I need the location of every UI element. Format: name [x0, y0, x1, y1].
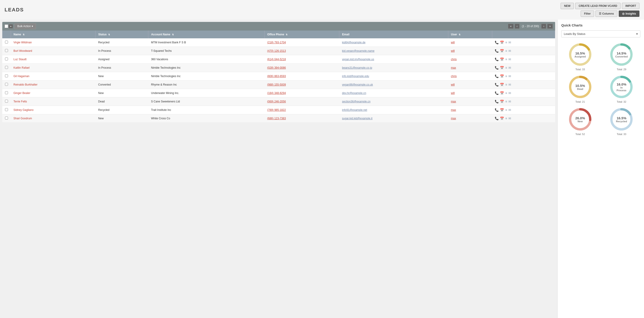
- lead-name-link[interactable]: Virgie Wildman: [14, 41, 32, 44]
- email-icon[interactable]: ✉: [508, 66, 511, 70]
- email-link[interactable]: info.kid@example.edu: [342, 75, 369, 78]
- email-icon[interactable]: ✉: [508, 108, 511, 112]
- email-link[interactable]: vegan98@example.co.uk: [342, 83, 373, 86]
- phone-link[interactable]: (028) 394-0086: [267, 66, 286, 69]
- lead-name-link[interactable]: Luz Staudt: [14, 58, 26, 61]
- calendar-icon[interactable]: 📅: [500, 117, 504, 120]
- user-link[interactable]: chris: [451, 75, 457, 78]
- row-checkbox[interactable]: [5, 108, 8, 111]
- email-link[interactable]: beans31@example.co.jp: [342, 66, 372, 69]
- phone-icon[interactable]: 📞: [495, 108, 498, 112]
- row-checkbox[interactable]: [5, 117, 8, 120]
- th-account-name[interactable]: Account Name ⇅: [148, 31, 264, 38]
- phone-icon[interactable]: 📞: [495, 49, 498, 53]
- email-icon[interactable]: ✉: [508, 58, 511, 61]
- create-lead-button[interactable]: CREATE LEAD FROM VCARD: [575, 3, 620, 9]
- phone-link[interactable]: (218) 793-1704: [267, 41, 286, 44]
- user-link[interactable]: max: [451, 117, 456, 120]
- lead-name-link[interactable]: Gil Hagaman: [14, 75, 30, 78]
- list-icon[interactable]: ≡: [505, 100, 507, 103]
- row-checkbox[interactable]: [5, 83, 8, 86]
- user-link[interactable]: will: [451, 41, 455, 44]
- list-icon[interactable]: ≡: [505, 83, 507, 87]
- th-name[interactable]: Name ⇅: [11, 31, 96, 38]
- phone-link[interactable]: (184) 348-8294: [267, 92, 286, 95]
- row-checkbox[interactable]: [5, 41, 8, 44]
- list-icon[interactable]: ≡: [505, 41, 507, 44]
- row-checkbox[interactable]: [5, 74, 8, 77]
- list-icon[interactable]: ≡: [505, 66, 507, 70]
- select-all-checkbox[interactable]: [4, 25, 8, 28]
- email-link[interactable]: kid64@example.de: [342, 41, 366, 44]
- user-link[interactable]: chris: [451, 58, 457, 61]
- user-link[interactable]: max: [451, 66, 456, 69]
- phone-icon[interactable]: 📞: [495, 58, 498, 61]
- row-checkbox[interactable]: [5, 66, 8, 69]
- list-icon[interactable]: ≡: [505, 108, 507, 112]
- email-icon[interactable]: ✉: [508, 74, 511, 78]
- email-icon[interactable]: ✉: [508, 91, 511, 95]
- user-link[interactable]: max: [451, 100, 456, 103]
- calendar-icon[interactable]: 📅: [500, 49, 504, 53]
- email-link[interactable]: info91@example.net: [342, 108, 367, 112]
- user-link[interactable]: will: [451, 83, 455, 86]
- row-checkbox[interactable]: [5, 49, 8, 52]
- email-icon[interactable]: ✉: [508, 83, 511, 87]
- email-link[interactable]: section36@example.cn: [342, 100, 370, 103]
- phone-icon[interactable]: 📞: [495, 117, 498, 120]
- calendar-icon[interactable]: 📅: [500, 108, 504, 112]
- phone-icon[interactable]: 📞: [495, 41, 498, 44]
- phone-link[interactable]: (069) 246-2056: [267, 100, 286, 103]
- prev-page-button[interactable]: ‹: [514, 24, 520, 29]
- first-page-button[interactable]: «: [508, 24, 514, 29]
- phone-link[interactable]: (806) 863-6593: [267, 75, 286, 78]
- lead-name-link[interactable]: Sidney Gagliano: [14, 108, 34, 112]
- row-checkbox[interactable]: [5, 58, 8, 61]
- phone-icon[interactable]: 📞: [495, 83, 498, 87]
- email-link[interactable]: dev.hr@example.cn: [342, 92, 366, 95]
- calendar-icon[interactable]: 📅: [500, 66, 504, 70]
- email-link[interactable]: sugar.kid.kid@example.it: [342, 117, 372, 120]
- lead-name-link[interactable]: Burl Woodward: [14, 49, 32, 53]
- phone-link[interactable]: (614) 044-5218: [267, 58, 286, 61]
- row-checkbox[interactable]: [5, 91, 8, 94]
- email-link[interactable]: vegan.kid.im@example.us: [342, 58, 374, 61]
- email-icon[interactable]: ✉: [508, 117, 511, 120]
- th-user[interactable]: User ⇅: [448, 31, 492, 38]
- phone-icon[interactable]: 📞: [495, 74, 498, 78]
- th-email[interactable]: Email: [339, 31, 448, 38]
- chart-selector[interactable]: Leads By Status ▾: [561, 30, 640, 38]
- list-icon[interactable]: ≡: [505, 58, 507, 61]
- email-icon[interactable]: ✉: [508, 41, 511, 44]
- row-checkbox[interactable]: [5, 100, 8, 103]
- th-status[interactable]: Status ⇅: [96, 31, 148, 38]
- filter-button[interactable]: Filter: [581, 11, 594, 17]
- insights-button[interactable]: ◎ Insights: [619, 11, 640, 17]
- phone-link[interactable]: (470) 126-1513: [267, 49, 286, 53]
- email-link[interactable]: kid.vegan@example.name: [342, 49, 374, 53]
- import-button[interactable]: IMPORT: [622, 3, 640, 9]
- user-link[interactable]: will: [451, 49, 455, 53]
- list-icon[interactable]: ≡: [505, 49, 507, 53]
- columns-button[interactable]: ☰ Columns: [596, 11, 617, 17]
- calendar-icon[interactable]: 📅: [500, 74, 504, 78]
- phone-link[interactable]: (686) 123-7383: [267, 117, 286, 120]
- lead-name-link[interactable]: Terrie Felts: [14, 100, 27, 103]
- th-office-phone[interactable]: Office Phone ⇅: [264, 31, 339, 38]
- phone-icon[interactable]: 📞: [495, 66, 498, 70]
- phone-link[interactable]: (789) 985-1822: [267, 108, 286, 112]
- calendar-icon[interactable]: 📅: [500, 58, 504, 61]
- email-icon[interactable]: ✉: [508, 49, 511, 53]
- bulk-action-button[interactable]: Bulk Action ▾: [14, 23, 36, 29]
- phone-icon[interactable]: 📞: [495, 100, 498, 103]
- lead-name-link[interactable]: Shari Goodrum: [14, 117, 32, 120]
- list-icon[interactable]: ≡: [505, 91, 507, 95]
- list-icon[interactable]: ≡: [505, 74, 507, 78]
- phone-icon[interactable]: 📞: [495, 91, 498, 95]
- email-icon[interactable]: ✉: [508, 100, 511, 103]
- calendar-icon[interactable]: 📅: [500, 91, 504, 95]
- calendar-icon[interactable]: 📅: [500, 41, 504, 44]
- list-icon[interactable]: ≡: [505, 117, 507, 120]
- next-page-button[interactable]: ›: [541, 24, 546, 29]
- lead-name-link[interactable]: Reinaldo Burkhalter: [14, 83, 37, 86]
